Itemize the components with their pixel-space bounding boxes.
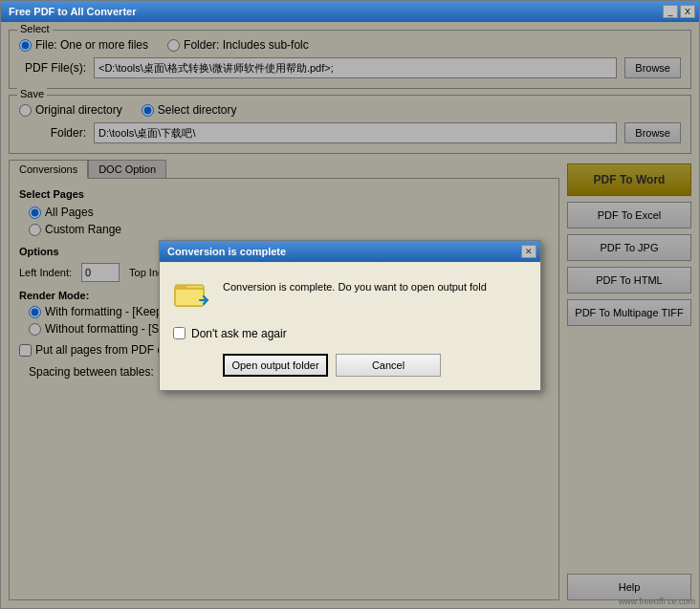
modal-message: Conversion is complete. Do you want to o… [223,275,487,295]
modal-buttons: Open output folder Cancel [173,354,527,377]
modal-dialog: Conversion is complete ✕ [159,240,541,391]
window-title: Free PDF to All Converter [5,6,136,17]
titlebar-buttons: _ X [663,5,695,18]
main-content: Select File: One or more files Folder: I… [1,22,699,608]
modal-message-row: Conversion is complete. Do you want to o… [173,275,527,314]
minimize-button[interactable]: _ [663,5,678,18]
modal-icon [173,275,211,314]
modal-close-button[interactable]: ✕ [521,245,536,258]
cancel-button[interactable]: Cancel [336,354,441,377]
modal-check-row: Don't ask me agair [173,327,527,340]
modal-body: Conversion is complete. Do you want to o… [160,262,540,390]
dont-ask-checkbox[interactable] [173,327,186,339]
dont-ask-label: Don't ask me agair [191,327,287,340]
modal-overlay: Conversion is complete ✕ [1,22,699,608]
svg-rect-2 [175,285,186,289]
main-window: Free PDF to All Converter _ X Select Fil… [0,0,700,609]
modal-title: Conversion is complete [164,246,286,257]
modal-titlebar: Conversion is complete ✕ [160,241,540,262]
open-folder-button[interactable]: Open output folder [223,354,328,377]
svg-rect-1 [175,289,204,306]
titlebar: Free PDF to All Converter _ X [1,1,699,22]
close-button[interactable]: X [680,5,695,18]
